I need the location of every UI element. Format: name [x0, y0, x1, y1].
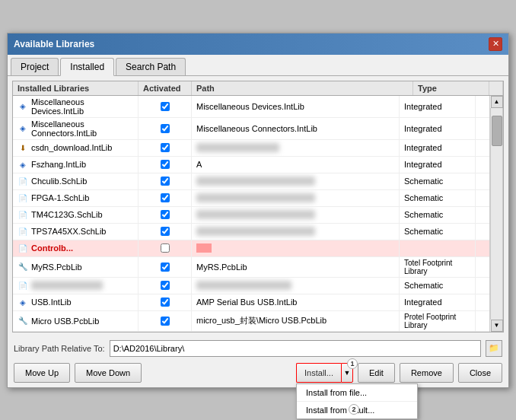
- cell-activated[interactable]: [139, 311, 192, 331]
- activated-checkbox[interactable]: [161, 210, 170, 219]
- tab-search-path[interactable]: Search Path: [116, 58, 186, 75]
- install-from-file-item[interactable]: Install from file...: [297, 384, 417, 402]
- cell-type: Totel FootprintLibrary: [400, 257, 476, 277]
- browse-button[interactable]: 📁: [486, 340, 502, 357]
- activated-checkbox[interactable]: [161, 124, 170, 133]
- table-row[interactable]: ◈ Miscellaneous Devices.IntLib Miscellan…: [13, 96, 489, 118]
- activated-checkbox[interactable]: [161, 177, 170, 186]
- cell-type: Integrated: [400, 294, 476, 310]
- activated-checkbox[interactable]: [161, 193, 170, 202]
- activated-checkbox[interactable]: [161, 143, 170, 152]
- move-up-button[interactable]: Move Up: [14, 363, 70, 383]
- schematic-lib-icon: 📄: [18, 176, 28, 186]
- table-body: ◈ Miscellaneous Devices.IntLib Miscellan…: [13, 96, 489, 332]
- install-group: Install... ▼ 1 Install from file... Inst…: [296, 363, 353, 383]
- tab-project[interactable]: Project: [11, 58, 59, 75]
- close-button[interactable]: ✕: [489, 37, 502, 51]
- cell-path: ████████████████: [192, 278, 400, 294]
- path-input[interactable]: [110, 340, 481, 357]
- bottom-buttons: Move Up Move Down Install... ▼ 1 Install…: [8, 360, 508, 387]
- cell-path: ████████████████████: [192, 224, 400, 240]
- scroll-track[interactable]: [490, 108, 503, 320]
- move-down-button[interactable]: Move Down: [75, 363, 142, 383]
- activated-checkbox[interactable]: [161, 298, 170, 307]
- scroll-thumb[interactable]: [492, 116, 502, 146]
- cell-path: ████████████████████: [192, 190, 400, 206]
- cell-name: ◈ Fszhang.IntLib: [13, 157, 139, 173]
- cell-activated[interactable]: [139, 96, 192, 117]
- schematic-lib-icon: 📄: [18, 226, 28, 237]
- cell-activated[interactable]: [139, 240, 192, 256]
- col-header-scroll: [489, 81, 503, 95]
- table-header: Installed Libraries Activated Path Type: [13, 81, 503, 96]
- table-row[interactable]: 📄 FPGA-1.SchLib ████████████████████ Sch…: [13, 190, 489, 207]
- cell-name: 📄 TM4C123G.SchLib: [13, 207, 139, 223]
- table-row[interactable]: ◈ Fszhang.IntLib A Integrated: [13, 157, 489, 173]
- activated-checkbox[interactable]: [161, 262, 170, 272]
- cell-activated[interactable]: [139, 140, 192, 156]
- activated-checkbox[interactable]: [161, 317, 170, 326]
- scroll-down-button[interactable]: ▼: [491, 320, 503, 332]
- cell-path: [192, 240, 400, 256]
- tab-bar: Project Installed Search Path: [8, 55, 508, 76]
- cell-name: 🔧 Micro USB.PcbLib: [13, 311, 139, 331]
- tab-installed[interactable]: Installed: [60, 58, 114, 76]
- integrated-lib-icon: ◈: [18, 297, 28, 307]
- cell-path: AMP Serial Bus USB.IntLib: [192, 294, 400, 310]
- integrated-lib-icon: ◈: [18, 159, 28, 170]
- col-header-name: Installed Libraries: [13, 81, 139, 95]
- cell-name: 📄 ████████████: [13, 278, 139, 294]
- schematic-lib-icon: 📄: [18, 243, 28, 253]
- cell-path: micro_usb_封装\Micro USB.PcbLib: [192, 311, 400, 331]
- cell-path: A: [192, 157, 400, 173]
- activated-checkbox[interactable]: [161, 102, 170, 111]
- cell-name: 📄 Chculib.SchLib: [13, 173, 139, 189]
- table-row[interactable]: ◈ Miscellaneous Connectors.IntLib Miscel…: [13, 118, 489, 140]
- library-path-row: Library Path Relative To: 📁: [8, 337, 508, 360]
- cell-path: MyRS.PcbLib: [192, 257, 400, 277]
- edit-button[interactable]: Edit: [358, 363, 395, 383]
- cell-activated[interactable]: [139, 157, 192, 173]
- cell-path: Miscellaneous Devices.IntLib: [192, 96, 400, 117]
- integrated-lib-icon: ◈: [18, 101, 28, 112]
- table-row[interactable]: 🔧 Micro USB.PcbLib micro_usb_封装\Micro US…: [13, 311, 489, 332]
- scrollbar[interactable]: ▲ ▼: [489, 96, 503, 332]
- activated-checkbox[interactable]: [161, 243, 170, 253]
- table-row[interactable]: 📄 Controlb...: [13, 240, 489, 257]
- cell-type: Schematic: [400, 278, 476, 294]
- table-row[interactable]: 📄 TPS7A45XX.SchLib ████████████████████ …: [13, 224, 489, 240]
- activated-checkbox[interactable]: [161, 281, 170, 290]
- table-row[interactable]: 📄 ████████████ ████████████████ Schemati…: [13, 278, 489, 294]
- cell-type: Schematic: [400, 207, 476, 223]
- cell-activated[interactable]: [139, 294, 192, 310]
- close-button[interactable]: Close: [458, 363, 502, 383]
- cell-activated[interactable]: [139, 173, 192, 189]
- install-badge: 1: [347, 358, 358, 369]
- cell-activated[interactable]: [139, 257, 192, 277]
- cell-activated[interactable]: [139, 207, 192, 223]
- table-row[interactable]: ◈ USB.IntLib AMP Serial Bus USB.IntLib I…: [13, 294, 489, 311]
- cell-activated[interactable]: [139, 118, 192, 139]
- activated-checkbox[interactable]: [161, 227, 170, 236]
- table-row[interactable]: 🔧 MyRS.PcbLib MyRS.PcbLib Totel Footprin…: [13, 257, 489, 278]
- title-bar: Available Libraries ✕: [8, 33, 508, 55]
- cell-type: Integrated: [400, 157, 476, 173]
- cell-name: 📄 Controlb...: [13, 240, 139, 256]
- cell-type: Schematic: [400, 224, 476, 240]
- activated-checkbox[interactable]: [161, 160, 170, 169]
- install-button[interactable]: Install...: [296, 363, 341, 383]
- scroll-up-button[interactable]: ▲: [491, 96, 503, 108]
- schematic-lib-icon: 📄: [18, 280, 28, 291]
- cell-activated[interactable]: [139, 278, 192, 294]
- cell-activated[interactable]: [139, 190, 192, 206]
- cell-name: ◈ Miscellaneous Devices.IntLib: [13, 96, 139, 117]
- table-row[interactable]: 📄 Chculib.SchLib ████████████████████ Sc…: [13, 173, 489, 190]
- remove-button[interactable]: Remove: [400, 363, 454, 383]
- cell-name: 📄 TPS7A45XX.SchLib: [13, 224, 139, 240]
- cell-activated[interactable]: [139, 224, 192, 240]
- dialog-title: Available Libraries: [14, 39, 94, 49]
- cell-type: Schematic: [400, 173, 476, 189]
- table-row[interactable]: 📄 TM4C123G.SchLib ████████████████████ S…: [13, 207, 489, 224]
- table-row[interactable]: ⬇ csdn_download.IntLib ██████████████ In…: [13, 140, 489, 157]
- schematic-lib-icon: 📄: [18, 192, 28, 203]
